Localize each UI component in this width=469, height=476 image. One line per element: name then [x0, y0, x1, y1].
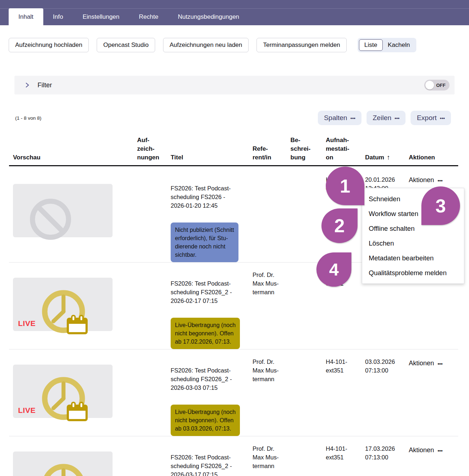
- scheduled-live-icon: [13, 373, 113, 427]
- header-datum-label: Datum: [365, 153, 384, 162]
- table-row: LIVE FS2026: Test Podcast- scheduling FS…: [9, 349, 458, 436]
- cell-datum: 17.03.2026 07:13:00: [365, 436, 409, 476]
- header-aufnahmestation: Aufnah- mestati- on: [326, 136, 365, 162]
- export-button-label: Export: [417, 114, 437, 122]
- status-badge: Nicht publiziert (Schnitt erforderlich),…: [171, 222, 238, 262]
- menu-item-metadaten-bearbeiten[interactable]: Metadaten bearbeiten: [362, 251, 464, 265]
- actions-label: Aktionen: [409, 176, 434, 184]
- tab-rechte[interactable]: Rechte: [129, 8, 168, 25]
- filter-label: Filter: [38, 81, 52, 89]
- cell-aufzeichnungen: [137, 349, 171, 436]
- cell-referent: Prof. Dr. Max Mus- termann: [253, 349, 290, 436]
- cell-aufzeichnungen: [137, 166, 171, 262]
- tab-einstellungen[interactable]: Einstellungen: [73, 8, 129, 25]
- tab-inhalt[interactable]: Inhalt: [9, 8, 43, 25]
- callout-4: 4: [316, 252, 351, 287]
- ellipsis-icon: •••: [438, 178, 443, 183]
- filter-bar[interactable]: Filter OFF: [14, 76, 455, 94]
- callout-2: 2: [321, 208, 358, 243]
- cell-referent: Prof. Dr. Max Mus- termann: [253, 263, 290, 349]
- header-titel: Titel: [171, 153, 253, 162]
- header-aktionen: Aktionen: [409, 153, 458, 162]
- cell-beschreibung: [290, 166, 326, 262]
- row-actions-button[interactable]: Aktionen •••: [409, 436, 458, 476]
- cell-beschreibung: [290, 349, 326, 436]
- tab-info[interactable]: Info: [43, 8, 73, 25]
- menu-item-loeschen[interactable]: Löschen: [362, 236, 464, 251]
- scheduled-live-icon: [13, 460, 113, 476]
- recordings-table: Vorschau Auf- zeich- nungen Titel Refe- …: [9, 132, 458, 476]
- header-vorschau: Vorschau: [9, 153, 137, 162]
- upload-recording-button[interactable]: Aufzeichnung hochladen: [9, 38, 89, 52]
- blocked-icon: [13, 193, 113, 246]
- filter-toggle[interactable]: OFF: [424, 80, 450, 91]
- cell-aufzeichnungen: [137, 263, 171, 349]
- toolbar: Aufzeichnung hochladen Opencast Studio A…: [9, 38, 469, 52]
- preview-thumbnail[interactable]: [13, 184, 113, 237]
- toggle-state-label: OFF: [436, 83, 446, 88]
- table-header-row: Vorschau Auf- zeich- nungen Titel Refe- …: [9, 132, 458, 166]
- header-aufzeichnungen: Auf- zeich- nungen: [137, 136, 171, 162]
- actions-label: Aktionen: [409, 360, 434, 367]
- cell-aufzeichnungen: [137, 436, 171, 476]
- header-referent: Refe- rent/in: [253, 145, 290, 162]
- header-datum-sort[interactable]: Datum ↑: [365, 153, 409, 162]
- ellipsis-icon: •••: [438, 448, 443, 453]
- ellipsis-icon: •••: [395, 115, 400, 121]
- ellipsis-icon: •••: [440, 115, 445, 121]
- cell-titel: FS2026: Test Podcast- scheduling FS2026 …: [171, 166, 253, 262]
- rows-button-label: Zeilen: [373, 114, 391, 122]
- opencast-studio-button[interactable]: Opencast Studio: [97, 38, 155, 52]
- report-schedule-changes-button[interactable]: Terminanpassungen melden: [257, 38, 347, 52]
- tab-nutzungsbedingungen[interactable]: Nutzungsbedingungen: [168, 8, 249, 25]
- chevron-right-icon: [25, 83, 30, 88]
- view-tiles-option[interactable]: Kacheln: [383, 40, 415, 50]
- columns-button[interactable]: Spalten •••: [318, 111, 361, 125]
- menu-item-qualitaetsprobleme-melden[interactable]: Qualitätsprobleme melden: [362, 265, 464, 280]
- columns-button-label: Spalten: [324, 114, 347, 122]
- view-switcher: Liste Kacheln: [358, 38, 416, 52]
- tab-bar: Inhalt Info Einstellungen Rechte Nutzung…: [0, 0, 469, 25]
- cell-titel: FS2026: Test Podcast- scheduling FS2026_…: [171, 349, 253, 436]
- cell-referent: Prof. Dr. Max Mus- termann: [253, 436, 290, 476]
- ellipsis-icon: •••: [438, 361, 443, 366]
- cell-titel: FS2026: Test Podcast- scheduling FS2026_…: [171, 436, 253, 476]
- recording-title: FS2026: Test Podcast- scheduling FS2026 …: [171, 184, 253, 210]
- actions-label: Aktionen: [409, 446, 434, 454]
- recording-title: FS2026: Test Podcast- scheduling FS2026_…: [171, 366, 253, 392]
- cell-aufnahmestation: H4-101- ext351: [326, 436, 365, 476]
- sort-ascending-icon: ↑: [387, 153, 390, 162]
- live-badge: LIVE: [18, 319, 36, 328]
- toggle-knob-icon: [425, 81, 434, 89]
- rows-button[interactable]: Zeilen •••: [367, 111, 406, 125]
- preview-thumbnail[interactable]: LIVE: [13, 451, 113, 476]
- header-beschreibung: Be- schrei- bung: [290, 136, 326, 162]
- cell-aufnahmestation: H4-101- ext351: [326, 349, 365, 436]
- cell-beschreibung: [290, 436, 326, 476]
- table-row: LIVE FS2026: Test Podcast- scheduling FS…: [9, 436, 458, 476]
- status-badge: Live-Übertragung (noch nicht begonnen). …: [171, 318, 240, 349]
- preview-thumbnail[interactable]: LIVE: [13, 365, 113, 418]
- cell-titel: FS2026: Test Podcast- scheduling FS2026_…: [171, 263, 253, 349]
- table-option-buttons: Spalten ••• Zeilen ••• Export •••: [318, 111, 451, 125]
- result-count: (1 - 8 von 8): [15, 115, 41, 121]
- preview-thumbnail[interactable]: LIVE: [13, 278, 113, 331]
- live-badge: LIVE: [18, 406, 36, 415]
- callout-1: 1: [326, 167, 364, 205]
- export-button[interactable]: Export •••: [411, 111, 451, 125]
- view-list-option[interactable]: Liste: [359, 39, 383, 51]
- callout-3: 3: [421, 186, 460, 225]
- ellipsis-icon: •••: [350, 115, 355, 121]
- scheduled-live-icon: [13, 286, 113, 340]
- row-actions-button[interactable]: Aktionen •••: [409, 349, 458, 436]
- cell-datum: 03.03.2026 07:13:00: [365, 349, 409, 436]
- recording-title: FS2026: Test Podcast- scheduling FS2026_…: [171, 453, 253, 476]
- cell-referent: [253, 166, 290, 262]
- top-nav: Inhalt Info Einstellungen Rechte Nutzung…: [0, 0, 469, 25]
- status-badge: Live-Übertragung (noch nicht begonnen). …: [171, 405, 240, 436]
- reload-recordings-button[interactable]: Aufzeichnungen neu laden: [163, 38, 249, 52]
- recording-title: FS2026: Test Podcast- scheduling FS2026_…: [171, 279, 253, 305]
- list-controls: (1 - 8 von 8) Spalten ••• Zeilen ••• Exp…: [15, 111, 451, 125]
